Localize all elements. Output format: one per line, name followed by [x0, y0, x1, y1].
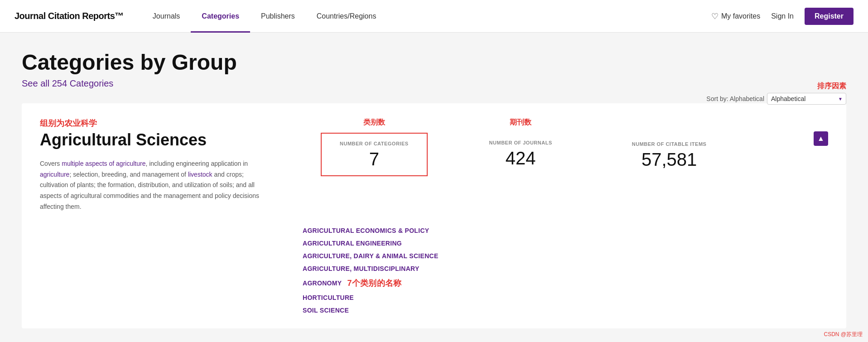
- logo: Journal Citation Reports™: [14, 11, 124, 21]
- nav-journals[interactable]: Journals: [142, 0, 191, 33]
- heart-icon: ♡: [711, 11, 719, 21]
- journals-stat-plain: NUMBER OF JOURNALS 424: [471, 133, 570, 174]
- nav-publishers[interactable]: Publishers: [250, 0, 306, 33]
- group-left: 组别为农业科学 Agricultural Sciences Covers mul…: [40, 118, 303, 212]
- citable-stat-plain: NUMBER OF CITABLE ITEMS 57,581: [614, 134, 725, 176]
- categories-value: 7: [340, 150, 409, 168]
- group-stats: 类别数 NUMBER OF CATEGORIES 7 期刊数 NUMBER OF…: [321, 118, 828, 176]
- highlight-2: agriculture: [40, 171, 69, 178]
- signin-button[interactable]: Sign In: [771, 12, 794, 20]
- sort-dropdown: Sort by: Alphabetical Alphabetical Numbe…: [706, 93, 846, 105]
- category-link-3[interactable]: AGRICULTURE, MULTIDISCIPLINARY: [303, 265, 828, 272]
- group-cn-label: 组别为农业科学: [40, 118, 303, 129]
- citable-value: 57,581: [632, 150, 707, 169]
- group-description: Covers multiple aspects of agriculture, …: [40, 159, 266, 212]
- group-name: Agricultural Sciences: [40, 130, 303, 149]
- sort-select-wrapper: Alphabetical Number of Journals Number o…: [767, 93, 846, 105]
- category-link-2[interactable]: AGRICULTURE, DAIRY & ANIMAL SCIENCE: [303, 252, 828, 260]
- category-name-0: AGRICULTURAL ECONOMICS & POLICY: [303, 227, 429, 234]
- categories-label: NUMBER OF CATEGORIES: [340, 141, 409, 146]
- category-cn-annotation-4: 7个类别的名称: [347, 278, 401, 289]
- category-link-6[interactable]: SOIL SCIENCE: [303, 307, 828, 314]
- highlight-1: multiple aspects of agriculture: [62, 160, 145, 167]
- group-header-row: 组别为农业科学 Agricultural Sciences Covers mul…: [40, 118, 828, 212]
- category-link-0[interactable]: AGRICULTURAL ECONOMICS & POLICY: [303, 227, 828, 234]
- highlight-3: livestock: [188, 171, 212, 178]
- category-name-2: AGRICULTURE, DAIRY & ANIMAL SCIENCE: [303, 252, 439, 260]
- category-link-4[interactable]: AGRONOMY 7个类别的名称: [303, 278, 828, 289]
- sort-select[interactable]: Alphabetical Number of Journals Number o…: [767, 93, 846, 105]
- favorites-button[interactable]: ♡ My favorites: [711, 11, 760, 21]
- category-name-1: AGRICULTURAL ENGINEERING: [303, 240, 402, 247]
- stat-citable: NUMBER OF CITABLE ITEMS 57,581: [592, 118, 747, 176]
- category-name-5: HORTICULTURE: [303, 294, 354, 301]
- category-link-1[interactable]: AGRICULTURAL ENGINEERING: [303, 240, 828, 247]
- group-section: 排序因素 Sort by: Alphabetical Alphabetical …: [22, 103, 846, 328]
- journals-cn-label: 期刊数: [471, 118, 570, 127]
- favorites-label: My favorites: [721, 12, 760, 20]
- category-link-5[interactable]: HORTICULTURE: [303, 294, 828, 301]
- category-name-6: SOIL SCIENCE: [303, 307, 349, 314]
- chevron-up-icon: ▲: [817, 135, 825, 143]
- sort-label: Sort by: Alphabetical: [706, 95, 764, 102]
- sort-label-cn: 排序因素: [817, 82, 846, 91]
- nav-countries[interactable]: Countries/Regions: [306, 0, 387, 33]
- stat-journals: 期刊数 NUMBER OF JOURNALS 424: [449, 118, 592, 174]
- header: Journal Citation Reports™ Journals Categ…: [0, 0, 868, 33]
- nav-categories[interactable]: Categories: [191, 0, 250, 33]
- journals-value: 424: [489, 149, 552, 167]
- register-button[interactable]: Register: [805, 8, 854, 25]
- categories-stat-box: NUMBER OF CATEGORIES 7: [321, 133, 428, 176]
- page-title: Categories by Group: [22, 51, 846, 75]
- header-right: ♡ My favorites Sign In Register: [711, 8, 854, 25]
- main-nav: Journals Categories Publishers Countries…: [142, 0, 711, 33]
- sort-bar: 排序因素 Sort by: Alphabetical Alphabetical …: [706, 82, 846, 105]
- category-name-3: AGRICULTURE, MULTIDISCIPLINARY: [303, 265, 420, 272]
- journals-label: NUMBER OF JOURNALS: [489, 140, 552, 145]
- collapse-button[interactable]: ▲: [814, 131, 828, 146]
- citable-label: NUMBER OF CITABLE ITEMS: [632, 141, 707, 147]
- categories-cn-label: 类别数: [321, 118, 428, 127]
- main-content: Categories by Group See all 254 Categori…: [0, 33, 868, 342]
- see-all-link[interactable]: See all 254 Categories: [22, 78, 113, 89]
- category-links: AGRICULTURAL ECONOMICS & POLICY AGRICULT…: [40, 227, 828, 314]
- stat-categories: 类别数 NUMBER OF CATEGORIES 7: [321, 118, 449, 176]
- category-name-4: AGRONOMY: [303, 279, 342, 287]
- watermark: CSDN @苏里理: [824, 331, 863, 338]
